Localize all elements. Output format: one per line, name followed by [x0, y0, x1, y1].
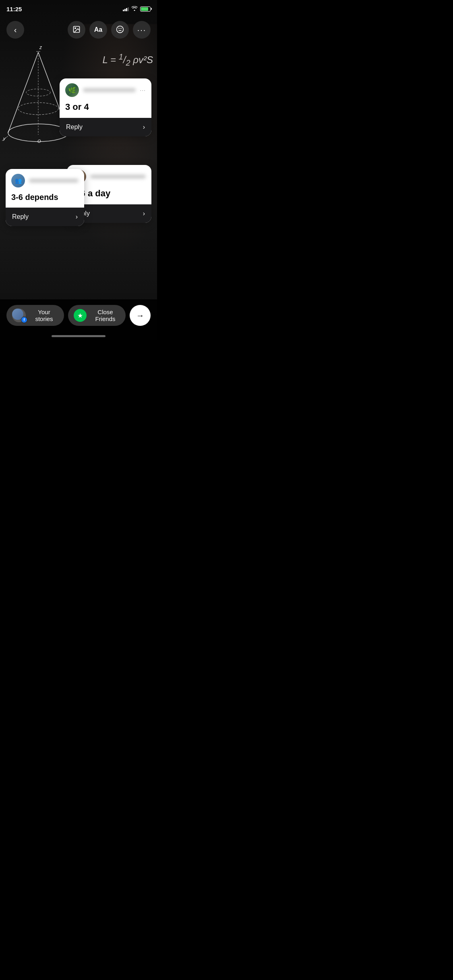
card-1-reply-button[interactable]: Reply ›	[60, 118, 151, 136]
text-icon: Aa	[94, 26, 102, 33]
svg-point-13	[117, 26, 124, 33]
mention-icon	[72, 25, 81, 35]
card-3-message: 3-6 depends	[6, 191, 84, 208]
signal-bar-2	[124, 9, 126, 11]
card-1-dots: ···	[140, 87, 146, 93]
your-stories-button[interactable]: f Your stories	[6, 305, 64, 326]
card-2-chevron-icon: ›	[143, 210, 145, 217]
battery-fill	[141, 7, 148, 11]
svg-line-0	[8, 52, 38, 133]
reply-card-1: ··· 3 or 4 Reply ›	[60, 78, 151, 136]
card-3-reply-button[interactable]: Reply ›	[6, 208, 84, 226]
wifi-icon	[131, 6, 138, 12]
close-friends-label: Close Friends	[91, 309, 120, 322]
card-2-username	[90, 175, 146, 179]
star-icon: ★	[77, 312, 83, 319]
more-icon: ···	[137, 25, 147, 35]
signal-bars-icon	[123, 6, 129, 11]
svg-text:O: O	[37, 139, 41, 144]
next-button[interactable]: →	[130, 305, 151, 326]
next-arrow-icon: →	[136, 311, 144, 320]
card-3-avatar	[11, 174, 25, 187]
back-button[interactable]: ‹	[6, 21, 24, 39]
close-friends-button[interactable]: ★ Close Friends	[68, 305, 126, 326]
your-stories-avatar: f	[12, 309, 26, 322]
back-icon: ‹	[14, 25, 17, 35]
facebook-f-icon: f	[24, 318, 25, 322]
facebook-badge: f	[21, 317, 27, 323]
card-1-message: 3 or 4	[60, 100, 151, 118]
status-time: 11:25	[6, 6, 22, 12]
mention-button[interactable]	[68, 21, 85, 39]
status-bar: 11:25	[0, 0, 157, 18]
your-stories-label: Your stories	[30, 309, 58, 322]
sticker-button[interactable]	[111, 21, 129, 39]
svg-text:z: z	[39, 45, 42, 50]
text-button[interactable]: Aa	[89, 21, 107, 39]
toolbar-actions: Aa ···	[68, 21, 151, 39]
card-1-username	[83, 88, 136, 92]
battery-icon	[140, 6, 151, 12]
reply-card-3: 3-6 depends Reply ›	[6, 169, 84, 226]
signal-bar-1	[123, 10, 124, 11]
card-1-chevron-icon: ›	[143, 124, 145, 131]
card-1-reply-label: Reply	[66, 124, 83, 131]
signal-bar-4	[128, 7, 129, 11]
card-3-reply-label: Reply	[12, 213, 29, 220]
bottom-bar: f Your stories ★ Close Friends →	[0, 299, 157, 340]
status-icons	[123, 6, 151, 12]
card-3-header	[6, 169, 84, 191]
more-button[interactable]: ···	[133, 21, 151, 39]
sticker-icon	[116, 25, 124, 35]
home-indicator	[52, 335, 105, 337]
story-toolbar: ‹ Aa ·	[0, 18, 157, 42]
card-3-username	[29, 179, 79, 183]
card-1-avatar	[65, 83, 79, 97]
card-1-header: ···	[60, 78, 151, 100]
close-friends-star: ★	[74, 309, 87, 322]
svg-text:y: y	[3, 136, 6, 141]
card-3-chevron-icon: ›	[76, 213, 78, 220]
signal-bar-3	[126, 8, 127, 11]
svg-point-12	[75, 27, 76, 29]
